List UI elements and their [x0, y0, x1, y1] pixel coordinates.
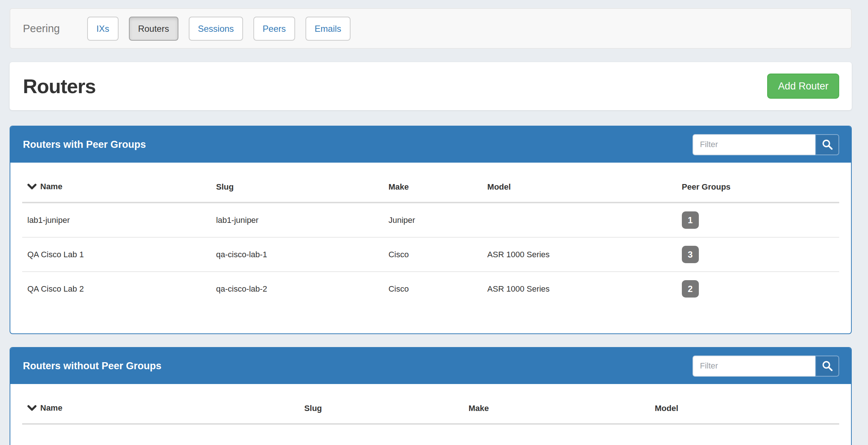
- magnifier-icon: [821, 360, 834, 372]
- add-router-button[interactable]: Add Router: [767, 74, 839, 99]
- peering-navbar: Peering IXs Routers Sessions Peers Email…: [10, 8, 852, 49]
- peer-group-count-badge: 2: [682, 280, 699, 298]
- column-header-slug[interactable]: Slug: [299, 392, 464, 424]
- navbar-brand[interactable]: Peering: [23, 23, 60, 35]
- cell-name: QA Cisco Lab 2: [22, 272, 211, 306]
- table-header-row: Name Slug Make Model: [22, 392, 839, 424]
- column-header-name[interactable]: Name: [22, 392, 299, 424]
- panel-body: Name Slug Make Model Peer Groups lab1-ju…: [10, 163, 851, 333]
- cell-slug: qa-cisco-lab-1: [211, 237, 383, 272]
- chevron-down-icon: [27, 403, 37, 414]
- routers-without-peer-groups-table: Name Slug Make Model: [22, 392, 839, 425]
- navbar-buttons: IXs Routers Sessions Peers Emails: [87, 17, 351, 41]
- page-header-card: Routers Add Router: [10, 62, 852, 110]
- peer-group-count-badge: 3: [682, 246, 699, 263]
- table-header-row: Name Slug Make Model Peer Groups: [22, 171, 839, 203]
- table-row: lab1-juniper lab1-juniper Juniper 1: [22, 203, 839, 237]
- panel-heading: Routers without Peer Groups: [10, 348, 851, 384]
- cell-model: ASR 1000 Series: [482, 272, 676, 306]
- filter-group: [693, 134, 839, 155]
- cell-model: ASR 1000 Series: [482, 237, 676, 272]
- panel-body: Name Slug Make Model: [10, 384, 851, 445]
- page-title: Routers: [23, 75, 96, 98]
- cell-slug: lab1-juniper: [211, 203, 383, 237]
- nav-button-emails[interactable]: Emails: [305, 17, 351, 41]
- panel-heading: Routers with Peer Groups: [10, 126, 851, 163]
- column-header-label: Name: [40, 403, 62, 412]
- filter-group: [693, 356, 839, 377]
- filter-input[interactable]: [693, 356, 815, 377]
- column-header-model[interactable]: Model: [650, 392, 839, 424]
- page-container: Peering IXs Routers Sessions Peers Email…: [10, 0, 852, 445]
- nav-button-routers[interactable]: Routers: [129, 17, 178, 41]
- cell-make: Cisco: [383, 272, 482, 306]
- cell-name: QA Cisco Lab 1: [22, 237, 211, 272]
- filter-input[interactable]: [693, 134, 815, 155]
- cell-make: Juniper: [383, 203, 482, 237]
- column-header-name[interactable]: Name: [22, 171, 211, 203]
- nav-button-sessions[interactable]: Sessions: [189, 17, 243, 41]
- nav-button-peers[interactable]: Peers: [253, 17, 295, 41]
- column-header-model[interactable]: Model: [482, 171, 676, 203]
- cell-slug: qa-cisco-lab-2: [211, 272, 383, 306]
- table-row: QA Cisco Lab 1 qa-cisco-lab-1 Cisco ASR …: [22, 237, 839, 272]
- search-button[interactable]: [815, 134, 839, 155]
- search-button[interactable]: [815, 356, 839, 377]
- column-header-label: Name: [40, 182, 62, 191]
- routers-with-peer-groups-table: Name Slug Make Model Peer Groups lab1-ju…: [22, 171, 839, 306]
- cell-make: Cisco: [383, 237, 482, 272]
- column-header-make[interactable]: Make: [383, 171, 482, 203]
- cell-model: [482, 203, 676, 237]
- panel-title: Routers with Peer Groups: [23, 139, 146, 150]
- panel-title: Routers without Peer Groups: [23, 360, 161, 372]
- cell-name: lab1-juniper: [22, 203, 211, 237]
- table-row: QA Cisco Lab 2 qa-cisco-lab-2 Cisco ASR …: [22, 272, 839, 306]
- nav-button-ixs[interactable]: IXs: [87, 17, 119, 41]
- cell-peer-groups: 3: [677, 237, 839, 272]
- column-header-peer-groups[interactable]: Peer Groups: [677, 171, 839, 203]
- chevron-down-icon: [27, 182, 37, 193]
- cell-peer-groups: 2: [677, 272, 839, 306]
- peer-group-count-badge: 1: [682, 211, 699, 229]
- panel-routers-without-peer-groups: Routers without Peer Groups: [10, 347, 852, 445]
- column-header-make[interactable]: Make: [463, 392, 649, 424]
- magnifier-icon: [821, 138, 834, 151]
- panel-routers-with-peer-groups: Routers with Peer Groups: [10, 126, 852, 334]
- cell-peer-groups: 1: [677, 203, 839, 237]
- column-header-slug[interactable]: Slug: [211, 171, 383, 203]
